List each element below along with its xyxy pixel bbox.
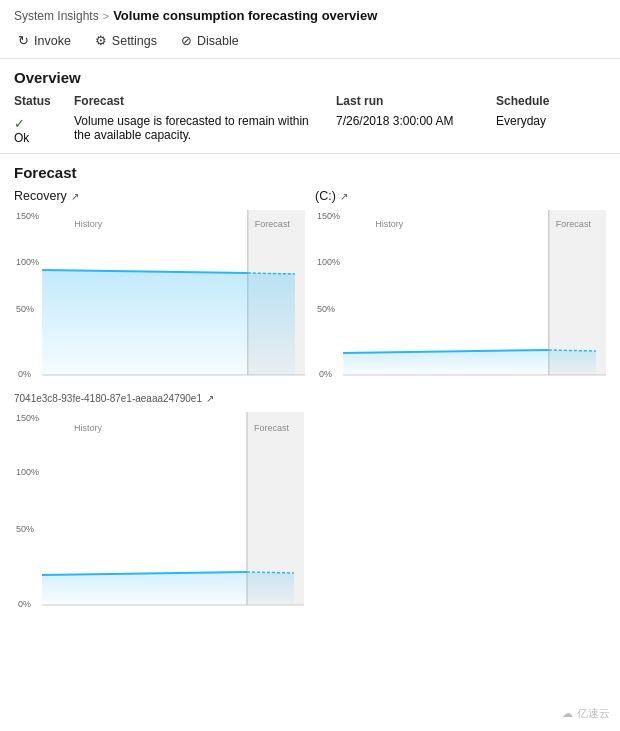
c-drive-label-text: (C:): [315, 189, 336, 203]
disable-label: Disable: [197, 34, 239, 48]
svg-text:150%: 150%: [16, 413, 39, 423]
guid-chart-area: 150% 100% 50% 0% History Forecast: [14, 407, 304, 617]
invoke-label: Invoke: [34, 34, 71, 48]
svg-text:0%: 0%: [18, 599, 31, 609]
forecast-title: Forecast: [14, 164, 606, 181]
svg-text:Forecast: Forecast: [255, 219, 291, 229]
guid-chart-label: 7041e3c8-93fe-4180-87e1-aeaaa24790e1 ↗: [14, 393, 304, 404]
invoke-icon: ↻: [18, 33, 29, 48]
settings-icon: ⚙: [95, 33, 107, 48]
guid-x2: 7/19/2018: [138, 616, 178, 617]
recovery-link-icon[interactable]: ↗: [71, 191, 79, 202]
recovery-x3: 7/30/2018: [235, 384, 277, 385]
guid-label-text: 7041e3c8-93fe-4180-87e1-aeaaa24790e1: [14, 393, 202, 404]
guid-svg: 150% 100% 50% 0% History Forecast: [14, 407, 304, 617]
svg-text:0%: 0%: [18, 369, 31, 379]
status-text: Ok: [14, 131, 74, 145]
settings-label: Settings: [112, 34, 157, 48]
svg-text:50%: 50%: [16, 304, 34, 314]
svg-text:150%: 150%: [16, 211, 39, 221]
svg-text:Forecast: Forecast: [556, 219, 592, 229]
overview-grid: Status Forecast Last run Schedule ✓ Ok V…: [14, 94, 606, 145]
charts-grid: Recovery ↗ 150% 100% 50% 0% History: [14, 189, 606, 385]
breadcrumb-current: Volume consumption forecasting overview: [113, 8, 377, 23]
status-value: ✓ Ok: [14, 114, 74, 145]
svg-marker-31: [42, 572, 294, 605]
c-drive-x3: 7/30/2018: [536, 384, 578, 385]
schedule-value: Everyday: [496, 114, 606, 145]
toolbar: ↻ Invoke ⚙ Settings ⊘ Disable: [0, 27, 620, 59]
svg-text:100%: 100%: [16, 257, 39, 267]
c-drive-x1: 7/12/2018: [343, 384, 383, 385]
overview-title: Overview: [14, 69, 606, 86]
recovery-chart-container: Recovery ↗ 150% 100% 50% 0% History: [14, 189, 305, 385]
c-drive-x2: 7/19/2018: [439, 384, 479, 385]
invoke-button[interactable]: ↻ Invoke: [14, 31, 75, 50]
disable-icon: ⊘: [181, 33, 192, 48]
c-drive-chart-container: (C:) ↗ 150% 100% 50% 0% History Forecast: [315, 189, 606, 385]
breadcrumb-root[interactable]: System Insights: [14, 9, 99, 23]
c-drive-link-icon[interactable]: ↗: [340, 191, 348, 202]
recovery-chart-label: Recovery ↗: [14, 189, 305, 203]
svg-text:History: History: [74, 423, 103, 433]
svg-text:History: History: [375, 219, 404, 229]
recovery-x1: 7/12/2018: [42, 384, 82, 385]
status-header: Status: [14, 94, 74, 110]
settings-button[interactable]: ⚙ Settings: [91, 31, 161, 50]
lastrun-value: 7/26/2018 3:00:00 AM: [336, 114, 496, 145]
recovery-x2: 7/19/2018: [138, 384, 178, 385]
breadcrumb: System Insights > Volume consumption for…: [0, 0, 620, 27]
svg-marker-20: [343, 350, 596, 375]
lastrun-header: Last run: [336, 94, 496, 110]
recovery-label-text: Recovery: [14, 189, 67, 203]
svg-text:50%: 50%: [317, 304, 335, 314]
forecast-header: Forecast: [74, 94, 336, 110]
breadcrumb-separator: >: [103, 10, 109, 22]
svg-text:150%: 150%: [317, 211, 340, 221]
svg-marker-9: [42, 270, 295, 375]
svg-text:50%: 50%: [16, 524, 34, 534]
guid-x1: 7/12/2018: [42, 616, 82, 617]
recovery-chart-area: 150% 100% 50% 0% History Forecast: [14, 205, 305, 385]
svg-text:100%: 100%: [317, 257, 340, 267]
recovery-svg: 150% 100% 50% 0% History Forecast: [14, 205, 305, 385]
status-ok-check: ✓: [14, 116, 74, 131]
guid-chart-container: 7041e3c8-93fe-4180-87e1-aeaaa24790e1 ↗ 1…: [14, 393, 304, 617]
disable-button[interactable]: ⊘ Disable: [177, 31, 243, 50]
svg-text:100%: 100%: [16, 467, 39, 477]
watermark-icon: ☁: [562, 707, 573, 720]
schedule-header: Schedule: [496, 94, 606, 110]
guid-x3: 7/30/2018: [234, 616, 276, 617]
svg-text:0%: 0%: [319, 369, 332, 379]
c-drive-svg: 150% 100% 50% 0% History Forecast: [315, 205, 606, 385]
c-drive-chart-label: (C:) ↗: [315, 189, 606, 203]
watermark: ☁ 亿速云: [562, 706, 610, 721]
forecast-value: Volume usage is forecasted to remain wit…: [74, 114, 336, 145]
forecast-section: Forecast Recovery ↗ 150% 100% 50% 0%: [0, 154, 620, 627]
c-drive-chart-area: 150% 100% 50% 0% History Forecast: [315, 205, 606, 385]
overview-section: Overview Status Forecast Last run Schedu…: [0, 59, 620, 154]
guid-link-icon[interactable]: ↗: [206, 393, 214, 404]
svg-text:Forecast: Forecast: [254, 423, 290, 433]
watermark-text: 亿速云: [577, 706, 610, 721]
svg-text:History: History: [74, 219, 103, 229]
